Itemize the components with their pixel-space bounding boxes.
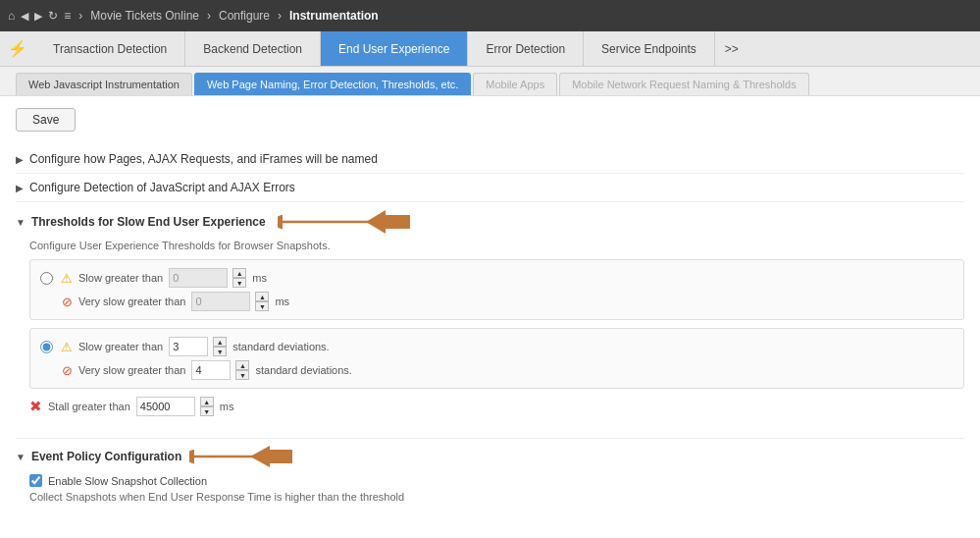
js-detection-label: Configure Detection of JavaScript and AJ… xyxy=(29,181,295,194)
tab-enduser-label: End User Experience xyxy=(338,42,449,56)
threshold-toggle-icon: ▼ xyxy=(16,217,26,228)
threshold-option2-box: ⚠ Slow greater than ▲ ▼ standard deviati… xyxy=(29,328,964,389)
back-icon[interactable]: ◀ xyxy=(21,10,28,23)
slow-spinner-up-1[interactable]: ▲ xyxy=(232,268,246,278)
subtab-mobileapps-label: Mobile Apps xyxy=(486,79,544,90)
svg-marker-5 xyxy=(250,446,292,467)
threshold-radio-1[interactable] xyxy=(40,272,53,285)
breadcrumb-separator-3: › xyxy=(278,9,282,23)
very-slow-spinner-2[interactable]: ▲ ▼ xyxy=(235,360,249,380)
slow-spinner-1[interactable]: ▲ ▼ xyxy=(232,268,246,288)
stall-input[interactable] xyxy=(136,397,195,416)
slow-spinner-2[interactable]: ▲ ▼ xyxy=(213,337,227,356)
breadcrumb-configure[interactable]: Configure xyxy=(219,9,270,23)
subtab-mobileapps: Mobile Apps xyxy=(473,73,557,95)
tab-service[interactable]: Service Endpoints xyxy=(584,31,715,66)
content-area: Save ▶ Configure how Pages, AJAX Request… xyxy=(0,96,980,538)
stall-spinner-up[interactable]: ▲ xyxy=(200,397,214,406)
breadcrumb-separator-1: › xyxy=(78,9,82,23)
tab-transaction[interactable]: Transaction Detection xyxy=(35,31,185,66)
threshold-section: ▼ Thresholds for Slow End User Experienc… xyxy=(16,201,964,426)
warn-icon-1: ⚠ xyxy=(61,271,73,286)
main-tab-bar: ⚡ Transaction Detection Backend Detectio… xyxy=(0,31,980,67)
subtab-mobilenet-label: Mobile Network Request Naming & Threshol… xyxy=(572,79,796,90)
enable-snapshot-label: Enable Slow Snapshot Collection xyxy=(48,475,207,487)
std-label-2: standard deviations. xyxy=(255,364,351,376)
tab-backend[interactable]: Backend Detection xyxy=(185,31,321,66)
event-policy-arrow-annotation xyxy=(189,445,297,468)
enable-snapshot-row: Enable Slow Snapshot Collection xyxy=(29,474,964,487)
enable-snapshot-checkbox[interactable] xyxy=(29,474,42,487)
slow-input-2[interactable] xyxy=(169,337,208,356)
breadcrumb-separator-2: › xyxy=(207,9,211,23)
subtab-webpage-label: Web Page Naming, Error Detection, Thresh… xyxy=(207,79,458,90)
event-policy-toggle-icon: ▼ xyxy=(16,452,26,462)
tab-service-label: Service Endpoints xyxy=(601,42,696,56)
error-icon-2: ⊘ xyxy=(62,363,73,378)
tab-transaction-label: Transaction Detection xyxy=(53,42,167,56)
slow-spinner-up-2[interactable]: ▲ xyxy=(213,337,227,347)
very-slow-label-1: Very slow greater than xyxy=(78,296,185,307)
breadcrumb-movie[interactable]: Movie Tickets Online xyxy=(90,9,199,23)
home-icon[interactable]: ⌂ xyxy=(8,9,15,23)
slow-spinner-down-2[interactable]: ▼ xyxy=(213,347,227,356)
threshold-option1-error-row: ⊘ Very slow greater than ▲ ▼ ms xyxy=(40,292,954,311)
subtab-webjs-label: Web Javascript Instrumentation xyxy=(28,79,180,90)
slow-spinner-down-1[interactable]: ▼ xyxy=(232,278,246,288)
threshold-option2-error-row: ⊘ Very slow greater than ▲ ▼ standard de… xyxy=(40,360,954,380)
tab-error[interactable]: Error Detection xyxy=(468,31,584,66)
tab-backend-label: Backend Detection xyxy=(203,42,302,56)
tab-enduser[interactable]: End User Experience xyxy=(321,31,468,66)
stall-cancel-icon: ✖ xyxy=(29,398,42,415)
refresh-icon[interactable]: ↻ xyxy=(48,9,58,23)
subtab-mobilenet: Mobile Network Request Naming & Threshol… xyxy=(559,73,808,95)
threshold-option1-warn-row: ⚠ Slow greater than ▲ ▼ ms xyxy=(40,268,954,288)
pages-config-section[interactable]: ▶ Configure how Pages, AJAX Requests, an… xyxy=(16,145,964,173)
threshold-radio-2[interactable] xyxy=(40,341,53,353)
very-slow-spinner-up-2[interactable]: ▲ xyxy=(235,360,249,370)
stall-ms-label: ms xyxy=(220,401,234,412)
event-policy-title-row[interactable]: ▼ Event Policy Configuration xyxy=(16,445,964,468)
very-slow-spinner-1[interactable]: ▲ ▼ xyxy=(255,292,269,311)
lightning-icon: ⚡ xyxy=(0,31,35,66)
threshold-title-row[interactable]: ▼ Thresholds for Slow End User Experienc… xyxy=(16,208,964,236)
very-slow-input-1[interactable] xyxy=(191,292,250,311)
subtab-webpage[interactable]: Web Page Naming, Error Detection, Thresh… xyxy=(194,73,471,95)
threshold-subtitle: Configure User Experience Thresholds for… xyxy=(29,240,964,251)
error-icon-1: ⊘ xyxy=(62,295,73,309)
very-slow-spinner-up-1[interactable]: ▲ xyxy=(255,292,269,301)
ms-label-2: ms xyxy=(275,296,289,307)
js-detection-toggle-icon: ▶ xyxy=(16,183,24,193)
stall-label: Stall greater than xyxy=(48,401,130,412)
event-policy-description: Collect Snapshots when End User Response… xyxy=(29,491,964,503)
stall-spinner-down[interactable]: ▼ xyxy=(200,406,214,416)
sub-tab-bar: Web Javascript Instrumentation Web Page … xyxy=(0,67,980,96)
threshold-option1-box: ⚠ Slow greater than ▲ ▼ ms ⊘ Very slow g… xyxy=(29,259,964,320)
slow-input-1[interactable] xyxy=(169,268,228,288)
event-policy-section: ▼ Event Policy Configuration Enable Slow… xyxy=(16,438,964,503)
top-navigation: ⌂ ◀ ▶ ↻ ≡ › Movie Tickets Online › Confi… xyxy=(0,0,980,31)
stall-row: ✖ Stall greater than ▲ ▼ ms xyxy=(29,397,964,416)
std-label-1: standard deviations. xyxy=(232,341,329,352)
tab-more-label: >> xyxy=(725,42,739,56)
very-slow-input-2[interactable] xyxy=(191,360,231,380)
threshold-arrow-annotation xyxy=(278,208,415,236)
svg-marker-2 xyxy=(366,210,410,234)
js-detection-section[interactable]: ▶ Configure Detection of JavaScript and … xyxy=(16,173,964,201)
subtab-webjs[interactable]: Web Javascript Instrumentation xyxy=(16,73,192,95)
tab-more[interactable]: >> xyxy=(715,31,748,66)
menu-icon[interactable]: ≡ xyxy=(64,9,71,23)
save-button[interactable]: Save xyxy=(16,108,76,132)
threshold-title-text: Thresholds for Slow End User Experience xyxy=(31,215,266,229)
pages-config-toggle-icon: ▶ xyxy=(16,154,24,165)
very-slow-spinner-down-1[interactable]: ▼ xyxy=(255,301,269,311)
stall-spinner[interactable]: ▲ ▼ xyxy=(200,397,214,416)
forward-icon[interactable]: ▶ xyxy=(34,10,42,23)
very-slow-label-2: Very slow greater than xyxy=(78,364,185,376)
tab-error-label: Error Detection xyxy=(486,42,565,56)
breadcrumb-instrumentation: Instrumentation xyxy=(289,9,379,23)
very-slow-spinner-down-2[interactable]: ▼ xyxy=(235,370,249,380)
event-policy-title-text: Event Policy Configuration xyxy=(31,450,181,463)
warn-icon-2: ⚠ xyxy=(61,340,73,354)
ms-label-1: ms xyxy=(252,272,267,284)
